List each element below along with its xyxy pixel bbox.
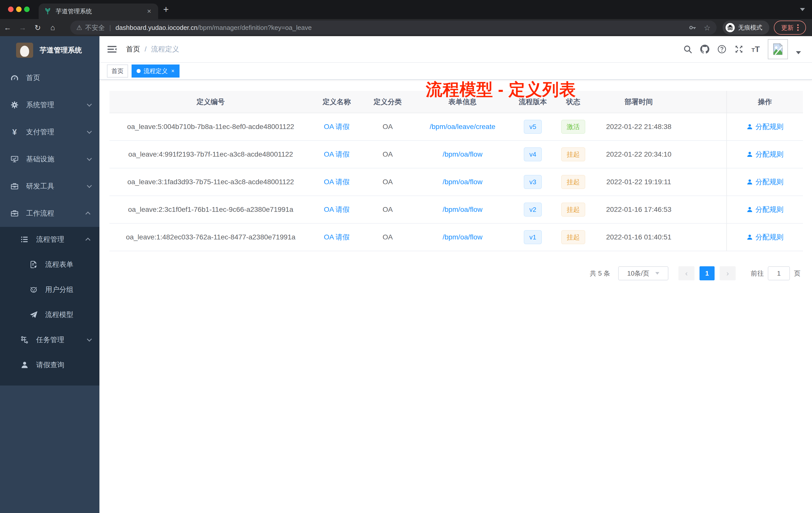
- breadcrumb-home[interactable]: 首页: [126, 44, 140, 54]
- back-icon[interactable]: ←: [0, 23, 15, 32]
- chevron-down-icon: [87, 337, 92, 341]
- sidebar-item-payment[interactable]: ¥ 支付管理: [0, 118, 99, 146]
- sidebar-item-process-model[interactable]: 流程模型: [0, 302, 99, 327]
- assign-rule-button[interactable]: 分配规则: [747, 150, 784, 159]
- chevron-down-icon: [87, 102, 92, 107]
- sidebar-item-system[interactable]: 系统管理: [0, 91, 99, 118]
- github-icon[interactable]: [700, 45, 709, 54]
- hamburger-icon[interactable]: [107, 44, 117, 54]
- sidebar-logo[interactable]: 芋道管理系统: [0, 36, 99, 64]
- assign-rule-button[interactable]: 分配规则: [747, 205, 784, 214]
- col-action: 操作: [727, 91, 803, 113]
- tag-close-icon[interactable]: ×: [171, 68, 174, 74]
- sidebar-item-label: 工作流程: [26, 209, 87, 218]
- definition-name-link[interactable]: OA 请假: [324, 123, 350, 130]
- sidebar-item-process-management[interactable]: 流程管理: [0, 227, 99, 252]
- home-icon[interactable]: ⌂: [45, 23, 60, 32]
- sidebar-item-home[interactable]: 首页: [0, 64, 99, 91]
- status-badge: 挂起: [561, 175, 585, 189]
- user-avatar[interactable]: [768, 39, 788, 59]
- status-badge: 激活: [561, 120, 585, 134]
- user-icon: [747, 123, 753, 130]
- definition-name-link[interactable]: OA 请假: [324, 150, 350, 158]
- help-icon[interactable]: [717, 45, 726, 54]
- browser-tab[interactable]: 芋道管理系统 ×: [39, 3, 158, 19]
- form-info-link[interactable]: /bpm/oa/flow: [443, 150, 483, 158]
- prev-page-button[interactable]: ‹: [678, 266, 695, 280]
- font-size-icon[interactable]: TT: [752, 45, 760, 54]
- new-tab-button[interactable]: +: [163, 4, 169, 15]
- address-bar[interactable]: ⚠ 不安全 | dashboard.yudao.iocoder.cn /bpm/…: [70, 21, 717, 35]
- sidebar-item-leave-query[interactable]: 请假查询: [0, 352, 99, 378]
- goto-page-input[interactable]: [768, 266, 790, 280]
- form-info-link[interactable]: /bpm/oa/flow: [443, 233, 483, 241]
- key-icon[interactable]: [689, 24, 697, 32]
- filler-cell: [686, 168, 727, 196]
- next-page-button[interactable]: ›: [720, 266, 736, 280]
- tab-close-icon[interactable]: ×: [145, 7, 153, 15]
- url-separator: |: [109, 24, 111, 32]
- annotation-text: 流程模型 - 定义列表: [426, 78, 576, 101]
- sidebar-item-label: 基础设施: [26, 154, 87, 164]
- sidebar-item-infra[interactable]: 基础设施: [0, 146, 99, 173]
- filler-cell: [686, 196, 727, 223]
- sidebar-item-workflow[interactable]: 工作流程: [0, 200, 99, 227]
- sidebar-item-label: 首页: [26, 73, 90, 83]
- update-label: 更新: [781, 24, 794, 32]
- security-warning-icon: ⚠: [76, 24, 82, 32]
- tag-process-definition[interactable]: 流程定义 ×: [132, 64, 179, 78]
- sidebar-item-devtools[interactable]: 研发工具: [0, 173, 99, 200]
- page-content: 定义编号 定义名称 定义分类 表单信息 流程版本 状态 部署时间 操作: [99, 80, 812, 513]
- definition-name-link[interactable]: OA 请假: [324, 206, 350, 213]
- paper-plane-icon: [29, 311, 38, 319]
- sidebar-item-task-management[interactable]: 任务管理: [0, 327, 99, 352]
- definition-category: OA: [361, 196, 414, 223]
- window-zoom-button[interactable]: [24, 6, 30, 12]
- sidebar-item-label: 支付管理: [26, 127, 87, 137]
- sidebar-item-user-groups[interactable]: 用户分组: [0, 277, 99, 302]
- url-host: dashboard.yudao.iocoder.cn: [116, 24, 198, 32]
- assign-rule-button[interactable]: 分配规则: [747, 122, 784, 131]
- window-close-button[interactable]: [8, 6, 13, 12]
- form-icon: [29, 261, 38, 269]
- user-icon: [747, 179, 753, 185]
- bookmark-star-icon[interactable]: ☆: [704, 23, 710, 32]
- chevron-down-icon: [87, 183, 92, 188]
- dashboard-icon: [10, 74, 19, 82]
- reload-icon[interactable]: ↻: [30, 23, 45, 32]
- search-icon[interactable]: [683, 45, 692, 54]
- assign-rule-button[interactable]: 分配规则: [747, 177, 784, 187]
- user-icon: [747, 234, 753, 240]
- pagination: 共 5 条 10条/页 ‹ 1 › 前往 页: [99, 266, 801, 280]
- form-info-link[interactable]: /bpm/oa/flow: [443, 178, 483, 186]
- tab-search-icon[interactable]: [800, 8, 805, 11]
- form-info-link[interactable]: /bpm/oa/flow: [443, 206, 483, 213]
- definition-name-link[interactable]: OA 请假: [324, 233, 350, 241]
- avatar-caret-icon[interactable]: [796, 51, 801, 54]
- sidebar-item-process-form[interactable]: 流程表单: [0, 252, 99, 277]
- definition-name-link[interactable]: OA 请假: [324, 178, 350, 186]
- definition-category: OA: [361, 168, 414, 196]
- fullscreen-icon[interactable]: [734, 45, 744, 54]
- definition-category: OA: [361, 223, 414, 251]
- app-title: 芋道管理系统: [40, 46, 82, 55]
- form-info-link[interactable]: /bpm/oa/leave/create: [430, 123, 495, 130]
- browser-update-button[interactable]: 更新: [774, 21, 806, 35]
- favicon-leaf-icon: [44, 7, 52, 15]
- user-icon: [747, 151, 753, 158]
- definition-id: oa_leave:1:482ec033-762a-11ec-8477-a2380…: [110, 223, 312, 251]
- breadcrumb: 首页 / 流程定义: [126, 44, 179, 54]
- filler-cell: [686, 141, 727, 168]
- forward-icon[interactable]: →: [15, 23, 30, 32]
- definition-category: OA: [361, 141, 414, 168]
- filler-cell: [686, 113, 727, 141]
- goto-label: 前往: [751, 269, 764, 278]
- list-icon: [20, 235, 29, 243]
- assign-rule-button[interactable]: 分配规则: [747, 233, 784, 242]
- logo-avatar: [16, 43, 33, 58]
- window-minimize-button[interactable]: [16, 6, 22, 12]
- current-page-button[interactable]: 1: [699, 266, 715, 280]
- page-size-select[interactable]: 10条/页: [618, 266, 668, 280]
- definition-id: oa_leave:5:004b710b-7b8a-11ec-8ef0-acde4…: [110, 113, 312, 141]
- tag-home[interactable]: 首页: [107, 64, 128, 78]
